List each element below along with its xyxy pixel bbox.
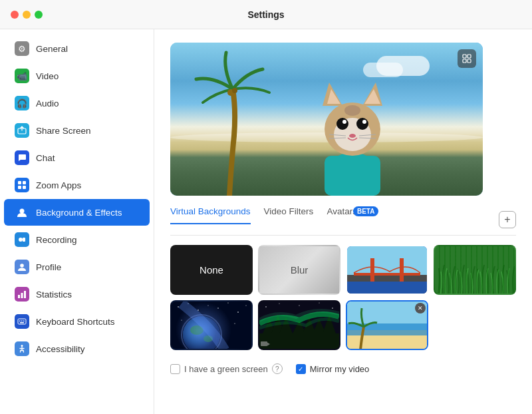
sidebar-item-share-screen[interactable]: Share Screen bbox=[4, 117, 150, 144]
close-button[interactable] bbox=[11, 11, 19, 19]
chat-icon bbox=[15, 150, 29, 165]
audio-icon: 🎧 bbox=[15, 96, 29, 110]
golden-gate-svg bbox=[347, 246, 427, 294]
background-icon bbox=[15, 205, 29, 220]
svg-rect-40 bbox=[467, 55, 471, 58]
svg-point-78 bbox=[299, 305, 299, 306]
recording-icon bbox=[15, 232, 29, 247]
sidebar-item-background-label: Background & Effects bbox=[36, 208, 122, 218]
add-background-button[interactable]: + bbox=[499, 211, 516, 228]
svg-rect-47 bbox=[400, 258, 404, 285]
svg-point-64 bbox=[190, 325, 203, 335]
svg-point-29 bbox=[336, 118, 348, 130]
grass-svg bbox=[435, 246, 515, 294]
bg-grass[interactable] bbox=[434, 245, 516, 295]
svg-point-55 bbox=[208, 306, 209, 306]
svg-point-6 bbox=[19, 238, 23, 242]
palm-tree bbox=[170, 43, 295, 196]
expand-button[interactable] bbox=[458, 49, 476, 68]
svg-point-80 bbox=[332, 308, 332, 308]
svg-point-76 bbox=[265, 306, 266, 307]
sidebar-item-audio[interactable]: 🎧 Audio bbox=[4, 90, 150, 116]
mirror-video-label: Mirror my video bbox=[310, 364, 370, 374]
maximize-button[interactable] bbox=[35, 11, 43, 19]
remove-background-button[interactable]: ✕ bbox=[415, 303, 426, 313]
sidebar-item-audio-label: Audio bbox=[36, 99, 59, 108]
svg-point-59 bbox=[246, 306, 247, 306]
svg-rect-16 bbox=[20, 322, 24, 323]
svg-rect-7 bbox=[23, 238, 25, 242]
tabs-container: Virtual Backgrounds Video Filters Avatar… bbox=[170, 206, 499, 224]
sidebar-item-video[interactable]: 📹 Video bbox=[4, 63, 150, 89]
svg-point-61 bbox=[234, 323, 235, 323]
bg-aurora[interactable] bbox=[258, 300, 340, 350]
sidebar-item-general[interactable]: ⚙ General bbox=[4, 35, 150, 62]
svg-rect-3 bbox=[18, 186, 21, 189]
svg-rect-49 bbox=[347, 282, 427, 294]
svg-point-8 bbox=[20, 264, 24, 268]
content-area: Virtual Backgrounds Video Filters Avatar… bbox=[154, 29, 532, 414]
bg-blur-label: Blur bbox=[291, 264, 309, 276]
sidebar-item-accessibility-label: Accessibility bbox=[36, 344, 85, 354]
svg-rect-48 bbox=[354, 273, 420, 276]
svg-point-54 bbox=[198, 310, 199, 311]
tab-avatars[interactable]: Avatars BETA bbox=[327, 206, 378, 224]
svg-point-65 bbox=[203, 335, 213, 342]
svg-rect-2 bbox=[23, 181, 26, 184]
zoom-apps-icon bbox=[15, 178, 29, 192]
green-screen-checkbox[interactable] bbox=[170, 364, 180, 374]
green-screen-option: I have a green screen ? bbox=[170, 363, 283, 374]
cat-avatar-svg bbox=[309, 69, 396, 196]
sidebar-item-keyboard[interactable]: Keyboard Shortcuts bbox=[4, 308, 150, 335]
svg-point-62 bbox=[183, 316, 220, 349]
minimize-button[interactable] bbox=[23, 11, 31, 19]
svg-point-30 bbox=[356, 118, 368, 130]
sidebar-item-profile-label: Profile bbox=[36, 262, 61, 272]
bg-blur[interactable]: Blur bbox=[258, 245, 340, 295]
aurora-svg bbox=[259, 302, 339, 349]
traffic-lights bbox=[11, 11, 43, 19]
svg-rect-41 bbox=[463, 59, 466, 63]
accessibility-icon bbox=[15, 341, 29, 356]
svg-rect-39 bbox=[463, 55, 466, 58]
bottom-options: I have a green screen ? ✓ Mirror my vide… bbox=[170, 363, 516, 374]
statistics-icon bbox=[15, 287, 29, 302]
sidebar: ⚙ General 📹 Video 🎧 Audio Share Screen bbox=[0, 29, 154, 414]
sidebar-item-zoom-apps-label: Zoom Apps bbox=[36, 180, 81, 190]
svg-point-38 bbox=[344, 105, 360, 116]
green-screen-label: I have a green screen bbox=[184, 364, 268, 374]
svg-rect-50 bbox=[435, 246, 515, 294]
sidebar-item-chat[interactable]: Chat bbox=[4, 144, 150, 171]
main-layout: ⚙ General 📹 Video 🎧 Audio Share Screen bbox=[0, 29, 532, 414]
sidebar-item-chat-label: Chat bbox=[36, 153, 55, 163]
bg-none-label: None bbox=[200, 264, 223, 276]
sidebar-item-accessibility[interactable]: Accessibility bbox=[4, 335, 150, 362]
tabs-row: Virtual Backgrounds Video Filters Avatar… bbox=[170, 206, 516, 235]
tab-video-filters[interactable]: Video Filters bbox=[264, 206, 314, 224]
sidebar-item-general-label: General bbox=[36, 44, 68, 54]
bg-golden-gate[interactable] bbox=[346, 245, 428, 295]
title-bar: Settings bbox=[0, 0, 532, 29]
bg-space[interactable] bbox=[170, 300, 253, 350]
sidebar-item-video-label: Video bbox=[36, 71, 59, 81]
profile-icon bbox=[15, 260, 29, 274]
svg-point-31 bbox=[342, 120, 346, 124]
svg-rect-1 bbox=[18, 181, 21, 184]
svg-rect-9 bbox=[18, 295, 20, 298]
bg-beach[interactable]: ✕ bbox=[346, 300, 428, 350]
svg-point-57 bbox=[227, 302, 228, 303]
svg-point-33 bbox=[349, 134, 356, 138]
sidebar-item-recording[interactable]: Recording bbox=[4, 226, 150, 253]
mirror-video-checkbox[interactable]: ✓ bbox=[296, 364, 306, 374]
svg-point-79 bbox=[319, 303, 320, 304]
help-icon[interactable]: ? bbox=[272, 363, 283, 374]
svg-rect-4 bbox=[23, 186, 26, 189]
sidebar-item-zoom-apps[interactable]: Zoom Apps bbox=[4, 172, 150, 198]
bg-none[interactable]: None bbox=[170, 245, 253, 295]
sidebar-item-statistics[interactable]: Statistics bbox=[4, 281, 150, 308]
tab-divider bbox=[170, 235, 516, 236]
sidebar-item-profile[interactable]: Profile bbox=[4, 254, 150, 280]
sidebar-item-background[interactable]: Background & Effects bbox=[4, 199, 150, 226]
svg-point-19 bbox=[232, 88, 237, 93]
tab-virtual-backgrounds[interactable]: Virtual Backgrounds bbox=[170, 206, 251, 224]
